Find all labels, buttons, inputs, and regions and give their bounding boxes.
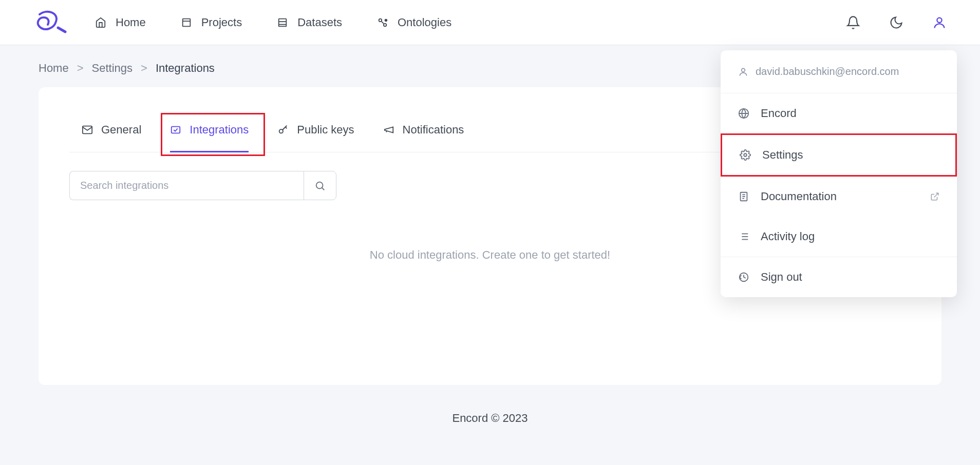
breadcrumb-home[interactable]: Home — [39, 62, 69, 75]
tab-public-keys-label: Public keys — [297, 123, 354, 137]
search-icon — [314, 180, 326, 191]
tab-general[interactable]: General — [82, 123, 141, 152]
user-icon — [738, 67, 748, 77]
home-icon — [95, 17, 106, 28]
dropdown-activity-log[interactable]: Activity log — [721, 217, 957, 257]
breadcrumb-settings[interactable]: Settings — [92, 62, 133, 75]
svg-rect-3 — [279, 18, 287, 26]
svg-rect-11 — [172, 127, 180, 133]
nav-projects[interactable]: Projects — [181, 16, 242, 29]
user-dropdown: david.babuschkin@encord.com Encord Setti… — [721, 50, 957, 297]
dropdown-settings-label: Settings — [762, 148, 803, 162]
svg-point-18 — [744, 153, 747, 157]
search-bar — [69, 171, 336, 200]
top-nav: Home Projects Datasets Ontologies — [95, 16, 451, 29]
svg-line-23 — [934, 193, 938, 197]
dropdown-sign-out-label: Sign out — [761, 270, 802, 284]
svg-point-12 — [279, 129, 283, 133]
ontologies-icon — [377, 17, 388, 28]
tab-public-keys[interactable]: Public keys — [277, 123, 354, 152]
dropdown-encord-label: Encord — [761, 107, 797, 120]
nav-home[interactable]: Home — [95, 16, 146, 29]
search-button[interactable] — [304, 171, 336, 200]
sign-out-icon — [738, 272, 749, 283]
user-icon[interactable] — [932, 15, 947, 30]
key-icon — [277, 124, 289, 135]
nav-datasets-label: Datasets — [297, 16, 342, 29]
megaphone-icon — [383, 124, 394, 135]
projects-icon — [181, 17, 192, 28]
svg-point-6 — [379, 18, 382, 22]
breadcrumb-integrations: Integrations — [156, 62, 215, 75]
dropdown-activity-log-label: Activity log — [761, 230, 815, 243]
svg-rect-1 — [182, 18, 190, 26]
nav-datasets[interactable]: Datasets — [277, 16, 342, 29]
svg-point-7 — [384, 23, 387, 26]
svg-point-13 — [316, 182, 323, 188]
logo[interactable] — [33, 10, 70, 35]
document-icon — [738, 191, 749, 202]
dropdown-sign-out[interactable]: Sign out — [721, 257, 957, 297]
header: Home Projects Datasets Ontologies — [0, 0, 980, 45]
dropdown-user-email: david.babuschkin@encord.com — [721, 50, 957, 93]
dropdown-documentation-label: Documentation — [761, 190, 837, 203]
moon-icon[interactable] — [889, 15, 903, 30]
dropdown-settings[interactable]: Settings — [721, 133, 957, 177]
svg-point-15 — [742, 68, 745, 72]
dropdown-encord[interactable]: Encord — [721, 93, 957, 133]
mail-icon — [82, 124, 93, 135]
gear-icon — [740, 149, 751, 161]
nav-home-label: Home — [116, 16, 146, 29]
footer: Encord © 2023 — [0, 385, 980, 452]
header-actions — [846, 15, 947, 30]
nav-projects-label: Projects — [201, 16, 242, 29]
list-icon — [738, 231, 749, 242]
bell-icon[interactable] — [846, 15, 860, 30]
external-link-icon — [930, 192, 939, 201]
breadcrumb-sep: > — [141, 62, 147, 75]
datasets-icon — [277, 17, 288, 28]
svg-point-8 — [385, 19, 387, 21]
svg-point-0 — [64, 31, 66, 33]
breadcrumb-sep: > — [77, 62, 84, 75]
svg-point-9 — [937, 17, 941, 22]
tab-integrations-label: Integrations — [190, 123, 249, 137]
tab-notifications-label: Notifications — [403, 123, 464, 137]
tab-general-label: General — [101, 123, 141, 137]
tab-integrations[interactable]: Integrations — [170, 123, 249, 152]
globe-icon — [738, 108, 749, 119]
integrations-icon — [170, 124, 181, 135]
dropdown-email-text: david.babuschkin@encord.com — [756, 66, 899, 78]
svg-line-14 — [322, 187, 325, 190]
search-input[interactable] — [69, 171, 304, 200]
encord-logo-icon — [33, 10, 68, 35]
tab-notifications[interactable]: Notifications — [383, 123, 464, 152]
nav-ontologies-label: Ontologies — [398, 16, 451, 29]
dropdown-documentation[interactable]: Documentation — [721, 177, 957, 217]
nav-ontologies[interactable]: Ontologies — [377, 16, 451, 29]
